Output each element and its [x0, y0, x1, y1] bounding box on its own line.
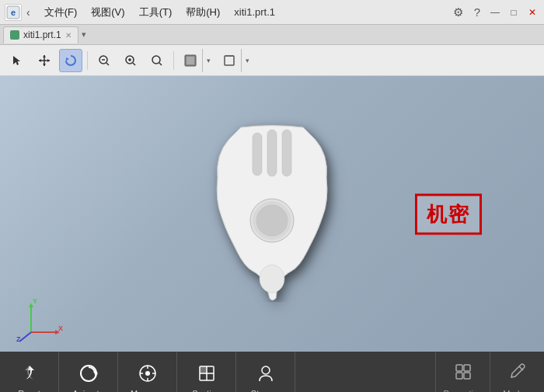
move-tool-button[interactable]	[33, 49, 56, 72]
refresh-button[interactable]	[59, 49, 82, 72]
display-mode-group: ▾	[218, 49, 253, 72]
part-svg	[206, 116, 338, 302]
titlebar: e ‹ 文件(F) 视图(V) 工具(T) 帮助(H) xiti1.prt.1 …	[0, 0, 544, 25]
menu-bar: 文件(F) 视图(V) 工具(T) 帮助(H)	[38, 3, 227, 22]
svg-line-15	[133, 63, 135, 65]
svg-line-17	[159, 63, 162, 65]
tabbar: xiti1.prt.1 ✕ ▾	[0, 25, 544, 45]
help-icon[interactable]: ?	[471, 5, 483, 19]
section-button[interactable]: Section	[177, 352, 236, 392]
reset-button[interactable]: Reset	[0, 352, 59, 392]
svg-text:X: X	[58, 324, 63, 332]
watermark: 机密	[415, 193, 482, 234]
zoom-fit-button[interactable]	[119, 49, 142, 72]
svg-rect-53	[464, 373, 470, 379]
settings-icon[interactable]: ⚙	[450, 5, 466, 19]
animate-button[interactable]: Animate	[59, 352, 118, 392]
properties-label: Properties	[443, 389, 482, 393]
properties-button[interactable]: Properties	[435, 352, 490, 392]
properties-icon	[453, 362, 473, 386]
markup-label: Markup	[503, 389, 532, 393]
logo-area: e ‹	[5, 4, 32, 21]
svg-point-28	[260, 265, 284, 293]
svg-line-11	[106, 63, 109, 65]
tab-close-button[interactable]: ✕	[65, 31, 71, 40]
stamps-icon	[253, 361, 278, 386]
menu-file[interactable]: 文件(F)	[38, 3, 84, 22]
svg-rect-19	[187, 57, 194, 64]
window-controls: ⚙ ? — □ ✕	[450, 5, 539, 19]
svg-rect-22	[253, 133, 262, 175]
display-mode-button[interactable]	[218, 49, 241, 72]
stamps-button[interactable]: Stamps	[236, 352, 295, 392]
app-logo: e	[5, 4, 22, 21]
svg-marker-8	[66, 57, 69, 61]
select-tool-button[interactable]	[6, 49, 30, 72]
svg-point-27	[256, 205, 288, 236]
svg-rect-48	[200, 366, 207, 373]
svg-line-54	[519, 366, 523, 370]
animate-icon	[76, 361, 101, 386]
animate-label: Animate	[72, 389, 103, 392]
stamps-label: Stamps	[251, 389, 280, 392]
minimize-button[interactable]: —	[488, 5, 502, 19]
zoom-in-button[interactable]	[92, 49, 116, 72]
svg-line-35	[19, 332, 31, 342]
menu-tools[interactable]: 工具(T)	[133, 3, 179, 22]
svg-text:Z: Z	[16, 335, 21, 343]
svg-rect-51	[464, 365, 470, 371]
bottom-toolbar: Reset Animate Measure	[0, 352, 544, 392]
section-icon	[194, 361, 219, 386]
markup-icon	[507, 362, 528, 386]
tab-dropdown-arrow[interactable]: ▾	[82, 29, 86, 40]
display-mode-dropdown[interactable]: ▾	[241, 49, 253, 72]
close-button[interactable]: ✕	[525, 5, 539, 19]
svg-point-16	[152, 56, 160, 64]
window-title: xiti1.prt.1	[234, 6, 275, 18]
svg-text:e: e	[11, 8, 16, 17]
measure-label: Measure	[131, 389, 164, 392]
svg-rect-20	[225, 56, 234, 65]
reset-icon	[17, 361, 42, 386]
svg-text:Y: Y	[33, 297, 37, 305]
svg-rect-52	[456, 373, 462, 379]
measure-button[interactable]: Measure	[118, 352, 177, 392]
viewport[interactable]: 机密 Y X Z	[0, 76, 544, 352]
svg-point-40	[145, 371, 150, 376]
menu-view[interactable]: 视图(V)	[85, 3, 131, 22]
axis-indicator: Y X Z	[16, 293, 62, 340]
maximize-button[interactable]: □	[507, 5, 521, 19]
measure-icon	[135, 361, 160, 386]
toolbar-separator-2	[173, 51, 174, 70]
back-arrow[interactable]: ‹	[25, 6, 32, 19]
tab-file-icon	[10, 30, 19, 40]
bottom-right-buttons: Properties Markup	[435, 352, 544, 392]
section-label: Section	[192, 389, 221, 392]
toolbar: ▾ ▾	[0, 45, 544, 76]
zoom-out-button[interactable]	[145, 49, 169, 72]
menu-help[interactable]: 帮助(H)	[180, 3, 226, 22]
toolbar-separator-1	[87, 51, 88, 70]
tab-xiti1[interactable]: xiti1.prt.1 ✕	[3, 26, 78, 43]
svg-marker-5	[43, 64, 46, 66]
reset-label: Reset	[18, 389, 40, 392]
svg-marker-7	[47, 59, 50, 62]
markup-button[interactable]: Markup	[490, 352, 544, 392]
svg-marker-4	[43, 55, 46, 57]
3d-part	[206, 116, 338, 305]
svg-rect-23	[267, 130, 277, 176]
svg-rect-24	[282, 130, 291, 176]
tab-label: xiti1.prt.1	[23, 29, 61, 40]
svg-rect-50	[456, 365, 462, 371]
svg-point-49	[262, 366, 270, 374]
svg-marker-6	[39, 59, 41, 62]
view-mode-group: ▾	[179, 49, 214, 72]
view-mode-dropdown[interactable]: ▾	[202, 49, 214, 72]
view-mode-button[interactable]	[179, 49, 202, 72]
